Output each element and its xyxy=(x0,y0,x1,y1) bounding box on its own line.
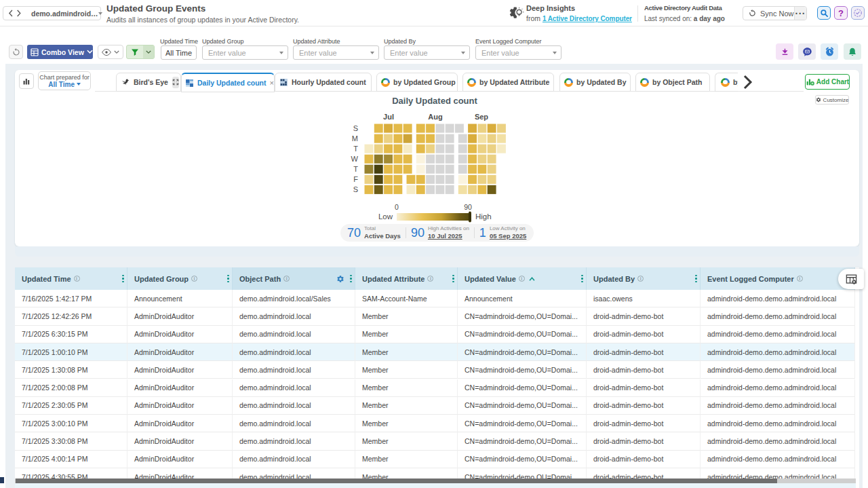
svg-text:M: M xyxy=(352,134,358,143)
svg-text:Sep: Sep xyxy=(475,113,488,121)
svg-text:W: W xyxy=(351,155,359,163)
svg-text:Low: Low xyxy=(378,212,393,221)
svg-text:F: F xyxy=(353,175,358,183)
svg-text:Aug: Aug xyxy=(428,113,442,121)
svg-text:T: T xyxy=(353,145,358,153)
svg-text:90: 90 xyxy=(464,203,472,211)
svg-text:T: T xyxy=(353,165,358,173)
svg-text:Jul: Jul xyxy=(383,113,394,121)
svg-text:0: 0 xyxy=(395,203,399,211)
svg-text:High: High xyxy=(475,212,492,221)
svg-text:S: S xyxy=(353,124,358,132)
svg-text:S: S xyxy=(353,185,358,193)
